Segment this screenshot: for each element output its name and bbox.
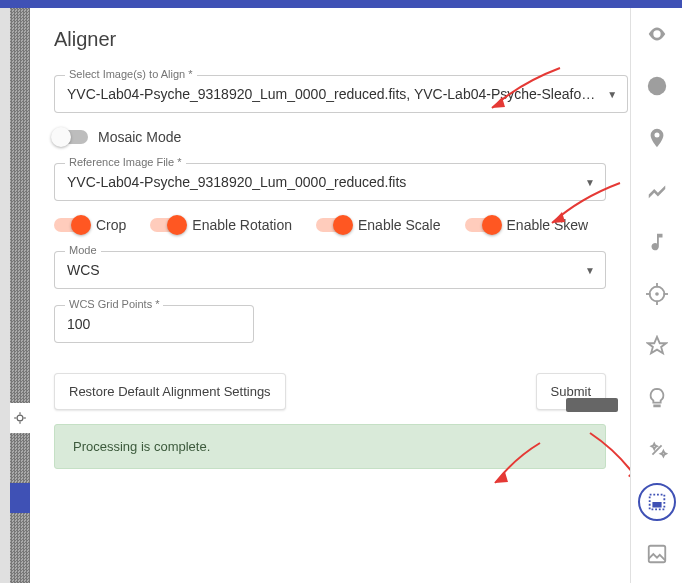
mosaic-mode-toggle[interactable] bbox=[54, 130, 88, 144]
select-images-value: YVC-Lab04-Psyche_9318920_Lum_0000_reduce… bbox=[67, 86, 595, 102]
svg-rect-20 bbox=[648, 546, 665, 563]
chevron-down-icon: ▼ bbox=[607, 89, 617, 100]
plate-solve-icon[interactable] bbox=[10, 403, 30, 433]
svg-point-11 bbox=[647, 77, 665, 95]
aligner-tool-icon[interactable] bbox=[631, 476, 683, 528]
app-top-bar bbox=[0, 0, 682, 8]
crop-toggle[interactable] bbox=[54, 218, 88, 232]
mosaic-mode-label: Mosaic Mode bbox=[98, 129, 181, 145]
restore-defaults-button[interactable]: Restore Default Alignment Settings bbox=[54, 373, 286, 410]
aligner-panel: Aligner Select Image(s) to Align * YVC-L… bbox=[30, 8, 630, 583]
mode-label: Mode bbox=[65, 244, 101, 256]
chevron-down-icon: ▼ bbox=[585, 265, 595, 276]
tool-rail bbox=[630, 8, 682, 583]
tooltip-badge bbox=[566, 398, 618, 412]
tips-tool-icon[interactable] bbox=[631, 372, 683, 424]
wcs-grid-points-input[interactable]: WCS Grid Points * 100 bbox=[54, 305, 254, 343]
rotation-label: Enable Rotation bbox=[192, 217, 292, 233]
reference-image-value: YVC-Lab04-Psyche_9318920_Lum_0000_reduce… bbox=[67, 174, 573, 190]
info-tool-icon[interactable] bbox=[631, 60, 683, 112]
thumbnail-selected[interactable] bbox=[10, 483, 30, 513]
skew-label: Enable Skew bbox=[507, 217, 589, 233]
centroid-tool-icon[interactable] bbox=[631, 268, 683, 320]
reference-image-label: Reference Image File * bbox=[65, 156, 186, 168]
select-images-dropdown[interactable]: Select Image(s) to Align * YVC-Lab04-Psy… bbox=[54, 75, 628, 113]
image-tool-icon[interactable] bbox=[631, 528, 683, 580]
sonify-tool-icon[interactable] bbox=[631, 216, 683, 268]
plot-tool-icon[interactable] bbox=[631, 164, 683, 216]
viewer-tool-icon[interactable] bbox=[631, 8, 683, 60]
status-message: Processing is complete. bbox=[54, 424, 606, 469]
scale-label: Enable Scale bbox=[358, 217, 441, 233]
mode-dropdown[interactable]: Mode WCS ▼ bbox=[54, 251, 606, 289]
mode-value: WCS bbox=[67, 262, 573, 278]
svg-point-0 bbox=[17, 415, 23, 421]
reference-image-dropdown[interactable]: Reference Image File * YVC-Lab04-Psyche_… bbox=[54, 163, 606, 201]
svg-point-13 bbox=[655, 292, 659, 296]
skew-toggle[interactable] bbox=[465, 218, 499, 232]
scale-toggle[interactable] bbox=[316, 218, 350, 232]
chevron-down-icon: ▼ bbox=[585, 177, 595, 188]
image-thumbnail-strip bbox=[10, 8, 30, 583]
favorite-tool-icon[interactable] bbox=[631, 320, 683, 372]
marker-tool-icon[interactable] bbox=[631, 112, 683, 164]
rotation-toggle[interactable] bbox=[150, 218, 184, 232]
svg-marker-9 bbox=[495, 472, 508, 483]
auto-tool-icon[interactable] bbox=[631, 424, 683, 476]
left-scrollbar[interactable] bbox=[0, 8, 10, 583]
wcs-grid-points-label: WCS Grid Points * bbox=[65, 298, 163, 310]
crop-label: Crop bbox=[96, 217, 126, 233]
wcs-grid-points-value: 100 bbox=[67, 316, 221, 332]
select-images-label: Select Image(s) to Align * bbox=[65, 68, 197, 80]
panel-title: Aligner bbox=[54, 28, 606, 51]
